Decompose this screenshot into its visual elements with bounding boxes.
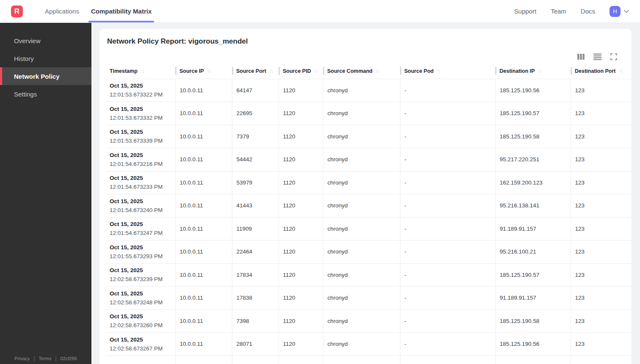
sidebar-item-network-policy[interactable]: Network Policy [0, 67, 91, 85]
cell-source_port: 28071 [232, 333, 279, 356]
timestamp-date: Oct 15, 2025 [110, 105, 175, 113]
table-row: Oct 15, 202512:02:58.673248 PM10.0.0.111… [106, 287, 632, 310]
cell-source_command: chronyd [323, 217, 400, 240]
sort-icon[interactable]: ↑↓ [437, 69, 440, 74]
column-header-source_pid[interactable]: Source PID↑↓ [279, 66, 323, 79]
column-header-source_pod[interactable]: Source Pod↑↓ [400, 66, 495, 79]
cell-timestamp: Oct 15, 2025 [106, 356, 175, 364]
sort-icon[interactable]: ↑↓ [619, 69, 623, 74]
sort-icon[interactable]: ↑↓ [207, 69, 211, 74]
cell-destination_port: 123 [571, 194, 632, 218]
timestamp-time: 12:01:53.673332 PM [110, 113, 175, 122]
timestamp-date: Oct 15, 2025 [110, 197, 175, 206]
cell-destination_port: 123 [571, 102, 632, 125]
cell-source_port: 7379 [232, 125, 279, 148]
table-row: Oct 15, 2025 [106, 356, 632, 364]
cell-source_ip: 10.0.0.11 [175, 217, 232, 240]
table-toolbar [99, 52, 632, 61]
sidebar-item-history[interactable]: History [0, 50, 91, 67]
user-menu[interactable]: H [610, 6, 630, 17]
cell-source_command: chronyd [323, 194, 400, 218]
cell-destination_ip: 95.216.100.21 [495, 240, 571, 264]
table-row: Oct 15, 202512:01:53.673332 PM10.0.0.112… [106, 102, 632, 125]
cell-destination_ip: 91.189.91.157 [495, 217, 571, 240]
column-header-destination_port[interactable]: Destination Port↑↓ [571, 66, 632, 79]
cell-source_command: chronyd [323, 263, 400, 287]
cell-timestamp: Oct 15, 202512:01:54.673240 PM [106, 194, 175, 218]
cell-source_pod: - [400, 148, 495, 171]
cell-source_command: chronyd [323, 171, 400, 194]
table-row: Oct 15, 202512:02:58.673239 PM10.0.0.111… [106, 263, 632, 287]
cell-source_pod: - [400, 263, 495, 287]
cell-destination_ip: 91.189.91.157 [495, 287, 571, 310]
table-row: Oct 15, 202512:01:54.673233 PM10.0.0.115… [106, 171, 632, 194]
chevron-down-icon[interactable] [623, 8, 630, 15]
timestamp-date: Oct 15, 2025 [110, 151, 175, 160]
privacy-link[interactable]: Privacy [14, 356, 30, 361]
cell-source_ip: 10.0.0.11 [175, 102, 232, 125]
sort-icon[interactable]: ↑↓ [376, 69, 379, 74]
column-label: Source Pod [404, 68, 433, 74]
cell-timestamp: Oct 15, 202512:01:53.673322 PM [106, 79, 175, 102]
cell-destination_ip: 185.125.190.57 [495, 263, 571, 287]
column-header-source_port[interactable]: Source Port↑↓ [232, 66, 279, 79]
cell-destination_port: 123 [571, 333, 632, 356]
network-policy-table-wrap: Timestamp↑↓Source IP↑↓Source Port↑↓Sourc… [106, 66, 632, 364]
column-label: Source Port [236, 68, 266, 74]
terms-link[interactable]: Terms [39, 356, 51, 361]
cell-source_ip: 10.0.0.11 [175, 148, 232, 171]
team-link[interactable]: Team [551, 8, 566, 15]
fullscreen-icon[interactable] [610, 53, 617, 60]
cell-destination_port: 123 [571, 287, 632, 310]
column-header-source_ip[interactable]: Source IP↑↓ [175, 66, 232, 79]
cell-source_port: 22464 [232, 240, 279, 264]
cell-destination_port: 123 [571, 79, 632, 102]
cell-source_pod [400, 356, 495, 364]
timestamp-date: Oct 15, 2025 [110, 335, 175, 344]
cell-source_port [232, 356, 279, 364]
cell-destination_ip: 162.159.200.123 [495, 171, 571, 194]
cell-source_pid: 1120 [279, 194, 323, 218]
support-link[interactable]: Support [514, 8, 537, 15]
column-label: Source PID [283, 68, 311, 74]
sort-icon[interactable]: ↑↓ [270, 69, 273, 74]
app-logo[interactable]: R [11, 6, 23, 17]
rows-icon[interactable] [593, 53, 601, 60]
tab-compatibility-matrix[interactable]: Compatibility Matrix [85, 0, 157, 22]
cell-destination_ip: 185.125.190.56 [495, 79, 571, 102]
cell-source_ip [175, 356, 232, 364]
sort-icon[interactable]: ↑↓ [314, 69, 318, 74]
column-header-timestamp[interactable]: Timestamp↑↓ [106, 66, 175, 79]
table-header: Timestamp↑↓Source IP↑↓Source Port↑↓Sourc… [106, 66, 632, 79]
cell-source_pid: 1120 [279, 79, 323, 102]
cell-timestamp: Oct 15, 202512:01:54.673233 PM [106, 171, 175, 194]
cell-source_command [323, 356, 400, 364]
cell-destination_port: 123 [571, 171, 632, 194]
table-row: Oct 15, 202512:01:54.673216 PM10.0.0.115… [106, 148, 632, 171]
cell-source_ip: 10.0.0.11 [175, 125, 232, 148]
columns-icon[interactable] [577, 53, 585, 60]
cell-timestamp: Oct 15, 202512:01:53.673339 PM [106, 125, 175, 148]
cell-source_pid: 1120 [279, 263, 323, 287]
table-row: Oct 15, 202512:01:54.673240 PM10.0.0.114… [106, 194, 632, 218]
table-row: Oct 15, 202512:02:58.673260 PM10.0.0.117… [106, 309, 632, 333]
sort-icon[interactable]: ↑↓ [538, 69, 541, 74]
avatar[interactable]: H [610, 6, 621, 17]
cell-source_pid: 1120 [279, 102, 323, 125]
sidebar-item-settings[interactable]: Settings [0, 85, 91, 103]
sort-icon[interactable]: ↑↓ [141, 69, 144, 74]
cell-source_pid: 1120 [279, 309, 323, 333]
cell-timestamp: Oct 15, 202512:01:55.673293 PM [106, 240, 175, 264]
timestamp-date: Oct 15, 2025 [110, 220, 175, 229]
column-header-source_command[interactable]: Source Command↑↓ [323, 66, 400, 79]
cell-source_pod: - [400, 194, 495, 218]
column-header-destination_ip[interactable]: Destination IP↑↓ [495, 66, 571, 79]
timestamp-date: Oct 15, 2025 [110, 312, 175, 321]
cell-source_pid: 1120 [279, 125, 323, 148]
column-label: Source IP [179, 68, 204, 74]
cell-source_pid [279, 356, 323, 364]
tab-applications[interactable]: Applications [39, 0, 85, 22]
cell-destination_ip: 185.125.190.57 [495, 102, 571, 125]
sidebar-item-overview[interactable]: Overview [0, 32, 91, 50]
docs-link[interactable]: Docs [581, 8, 595, 15]
